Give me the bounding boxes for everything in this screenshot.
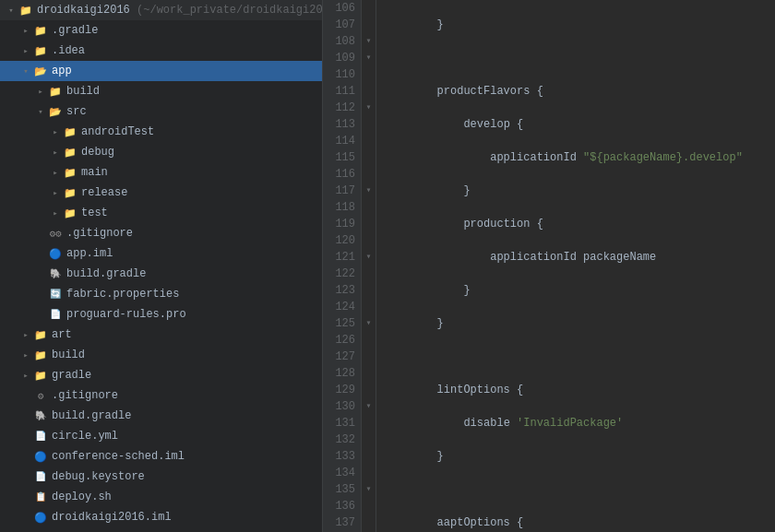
code-line: productFlavors {: [384, 83, 768, 100]
sidebar-item-debug-keystore[interactable]: debug.keystore: [0, 467, 322, 487]
proguard-icon: [48, 307, 63, 322]
test-folder-icon: [63, 206, 78, 220]
sidebar-item-gitignore-root[interactable]: ⚙ .gitignore: [0, 385, 322, 406]
sidebar-item-circle-yml[interactable]: 📄 circle.yml: [0, 426, 322, 446]
sidebar-item-build-root[interactable]: build: [0, 345, 322, 365]
code-line: applicationId "${packageName}.develop": [384, 149, 768, 166]
gradle-root-label: gradle: [52, 369, 91, 382]
gitignore-root-icon: ⚙: [33, 388, 48, 403]
androidtest-label: androidTest: [81, 125, 154, 138]
sidebar-item-gitignore-app[interactable]: ⚙ .gitignore: [0, 223, 322, 243]
app-iml-label: app.iml: [66, 247, 113, 260]
code-line: [384, 481, 768, 498]
code-line: disable 'InvalidPackage': [384, 415, 768, 432]
app-folder-icon: [33, 64, 48, 78]
line-numbers: 106 107 108 109 110 111 112 113 114 115 …: [323, 0, 362, 532]
art-label: art: [52, 328, 72, 341]
test-arrow: [48, 208, 63, 219]
build-root-folder-icon: [33, 348, 48, 362]
code-line: }: [384, 17, 768, 33]
src-folder-icon: [48, 104, 63, 119]
fold-gutter: ▾ ▾ ▾ ▾ ▾ ▾ ▾ ▾: [362, 0, 376, 532]
gitignore-app-label: .gitignore: [66, 227, 133, 240]
idea-folder-icon: [33, 43, 48, 58]
droidkaigi-icon: 🔵: [33, 510, 48, 525]
code-line: }: [384, 282, 768, 299]
sidebar-item-app[interactable]: app: [0, 61, 322, 81]
sidebar-item-build-gradle-app[interactable]: 🐘 build.gradle: [0, 264, 322, 284]
sidebar-item-idea[interactable]: .idea: [0, 41, 322, 61]
app-arrow: [18, 66, 33, 77]
code-line: lintOptions {: [384, 382, 768, 398]
gitignore-app-icon: ⚙: [48, 226, 63, 241]
sidebar-item-build-gradle-root[interactable]: 🐘 build.gradle: [0, 406, 322, 426]
code-line: production {: [384, 216, 768, 232]
fabric-label: fabric.properties: [66, 288, 179, 301]
circle-label: circle.yml: [52, 430, 118, 443]
release-folder-icon: [63, 185, 78, 200]
main-arrow: [48, 168, 63, 178]
code-line: applicationId packageName: [384, 249, 768, 266]
art-folder-icon: [33, 327, 48, 342]
sidebar-item-src[interactable]: src: [0, 101, 322, 122]
droidkaigi-label: droidkaigi2016.iml: [52, 511, 172, 524]
sidebar-item-conference-iml[interactable]: 🔵 conference-sched.iml: [0, 446, 322, 467]
build-root-label: build: [52, 349, 85, 361]
src-label: src: [66, 105, 87, 118]
app-label: app: [52, 65, 72, 77]
debug-arrow: [48, 148, 63, 158]
sidebar-item-deploy-sh[interactable]: deploy.sh: [0, 487, 322, 507]
conference-label: conference-sched.iml: [52, 450, 185, 463]
build-gradle-app-icon: 🐘: [48, 266, 63, 281]
gradle-root-arrow: [18, 371, 33, 381]
code-line: aaptOptions {: [384, 514, 768, 531]
gradle-label: .gradle: [52, 24, 98, 37]
debug-keystore-icon: [33, 469, 48, 484]
gradle-folder-icon: [33, 23, 48, 38]
conference-icon: 🔵: [33, 449, 48, 464]
root-arrow: [4, 6, 18, 16]
code-line: }: [384, 183, 768, 199]
debug-folder-icon: [63, 145, 78, 160]
art-arrow: [18, 330, 33, 340]
sidebar-item-build-app[interactable]: build: [0, 81, 322, 101]
file-tree: 📁 droidkaigi2016 (~/work_private/droidka…: [0, 0, 323, 532]
root-label: droidkaigi2016 (~/work_private/droidkaig…: [37, 4, 323, 17]
idea-arrow: [18, 46, 33, 56]
src-arrow: [33, 107, 48, 117]
sidebar-item-main[interactable]: main: [0, 162, 322, 183]
sidebar-item-app-iml[interactable]: 🔵 app.iml: [0, 243, 322, 264]
gradle-arrow: [18, 26, 33, 36]
sidebar-item-androidtest[interactable]: androidTest: [0, 122, 322, 142]
sidebar-item-droidkaigi-iml[interactable]: 🔵 droidkaigi2016.iml: [0, 507, 322, 527]
release-label: release: [81, 186, 127, 199]
fabric-icon: 🔄: [48, 287, 63, 301]
sidebar-item-art[interactable]: art: [0, 325, 322, 345]
build-gradle-root-label: build.gradle: [52, 409, 131, 422]
sidebar-item-gradle-properties[interactable]: gradle.properties: [0, 527, 322, 532]
sidebar-item-proguard[interactable]: proguard-rules.pro: [0, 304, 322, 325]
sidebar-item-test[interactable]: test: [0, 203, 322, 223]
code-line: }: [384, 448, 768, 465]
sidebar-item-release[interactable]: release: [0, 183, 322, 203]
code-line: }: [384, 315, 768, 332]
sidebar-item-debug[interactable]: debug: [0, 142, 322, 162]
idea-label: .idea: [52, 44, 85, 57]
code-area[interactable]: 106 107 108 109 110 111 112 113 114 115 …: [323, 0, 775, 532]
code-content[interactable]: } productFlavors { develop { application…: [376, 0, 775, 532]
sidebar-item-gradle[interactable]: .gradle: [0, 20, 322, 41]
sidebar-item-gradle-root[interactable]: gradle: [0, 365, 322, 385]
androidtest-folder-icon: [63, 124, 78, 139]
code-editor: 106 107 108 109 110 111 112 113 114 115 …: [323, 0, 775, 532]
sidebar-item-fabric-properties[interactable]: 🔄 fabric.properties: [0, 284, 322, 304]
tree-root[interactable]: 📁 droidkaigi2016 (~/work_private/droidka…: [0, 0, 322, 20]
build-app-label: build: [66, 85, 100, 98]
root-folder-icon: 📁: [18, 3, 33, 18]
code-line: [384, 349, 768, 365]
app-iml-icon: 🔵: [48, 246, 63, 261]
gradle-root-folder-icon: [33, 368, 48, 383]
circle-icon: 📄: [33, 429, 48, 443]
debug-keystore-label: debug.keystore: [52, 470, 145, 483]
androidtest-arrow: [48, 127, 63, 137]
build-root-arrow: [18, 350, 33, 361]
